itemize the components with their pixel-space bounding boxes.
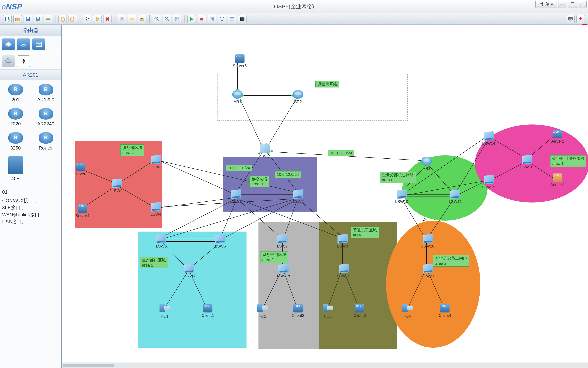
- fit-button[interactable]: 1:1: [173, 15, 181, 23]
- maximize-button[interactable]: ▢: [578, 1, 587, 8]
- node-pc1[interactable]: PC1: [159, 304, 170, 319]
- save-button[interactable]: [24, 15, 32, 23]
- node-lsw4[interactable]: LSW4: [150, 202, 161, 217]
- svg-rect-5: [37, 17, 39, 19]
- tree-button[interactable]: [218, 15, 226, 23]
- new-topo-button[interactable]: [3, 15, 12, 23]
- node-server3[interactable]: Server3: [74, 163, 88, 176]
- node-lsw20[interactable]: LSW20: [421, 234, 434, 248]
- device-ar1220[interactable]: AR1220: [32, 84, 59, 102]
- undo-button[interactable]: [58, 15, 67, 23]
- svg-line-45: [120, 162, 152, 183]
- stop-button[interactable]: [198, 15, 206, 23]
- start-button[interactable]: [187, 15, 196, 23]
- text-tool[interactable]: [128, 15, 136, 23]
- svg-line-36: [236, 152, 263, 193]
- node-lsw10[interactable]: LSW10: [395, 190, 408, 204]
- node-lsw5[interactable]: LSW5: [156, 234, 167, 248]
- palette-header: 路由器: [0, 25, 61, 36]
- horizontal-scrollbar[interactable]: ◂: [62, 363, 588, 368]
- category-firewall-icon[interactable]: [32, 38, 45, 50]
- node-lsw19[interactable]: LSW19: [337, 264, 350, 278]
- node-lsw7[interactable]: LSW7: [277, 234, 288, 248]
- capture-button[interactable]: [208, 15, 216, 23]
- node-lsw1[interactable]: LSW1: [231, 190, 241, 204]
- node-ar1[interactable]: AR1: [232, 90, 243, 104]
- palette-tool[interactable]: [138, 15, 147, 23]
- minimize-button[interactable]: —: [558, 1, 567, 8]
- device-ar201[interactable]: 201: [2, 84, 29, 102]
- list-button[interactable]: [228, 15, 236, 23]
- svg-line-35: [266, 97, 297, 148]
- node-lsw6[interactable]: LSW6: [215, 234, 226, 248]
- node-lsw18[interactable]: LSW18: [277, 264, 290, 278]
- model-header: AR201: [0, 70, 61, 80]
- svg-point-97: [271, 150, 273, 152]
- menu-button[interactable]: 菜 单 ▾: [535, 1, 557, 8]
- svg-line-52: [222, 200, 296, 239]
- zoom-out-button[interactable]: [163, 15, 171, 23]
- device-ne40e[interactable]: 40E: [2, 156, 29, 182]
- svg-rect-11: [141, 18, 142, 19]
- svg-line-34: [239, 97, 263, 148]
- category-wlan-icon[interactable]: [17, 38, 30, 50]
- node-client3[interactable]: Client3: [353, 304, 366, 318]
- svg-point-30: [23, 47, 24, 47]
- label-staff: 普通员工区域 area 3: [351, 227, 379, 238]
- node-client2[interactable]: Client2: [292, 304, 304, 318]
- topology-canvas[interactable]: 运营商网络 服务器区域 area 4 核心网络 area 0 10.0.11.0…: [62, 25, 588, 368]
- svg-line-79: [491, 163, 524, 180]
- svg-text:1:1: 1:1: [176, 18, 179, 21]
- zoom-in-button[interactable]: [153, 15, 161, 23]
- device-ar3260[interactable]: 3260: [2, 132, 29, 151]
- node-client4[interactable]: Client4: [439, 304, 451, 318]
- node-server4[interactable]: Server4: [75, 204, 89, 218]
- node-lsw8[interactable]: LSW8: [337, 234, 348, 248]
- select-tool[interactable]: [83, 15, 91, 23]
- print-button[interactable]: [44, 15, 52, 23]
- device-ar2240[interactable]: AR2240: [32, 108, 59, 127]
- huawei-logo[interactable]: [576, 15, 585, 23]
- svg-rect-27: [241, 18, 244, 20]
- node-lsw14[interactable]: LSW14: [482, 132, 495, 146]
- redo-button[interactable]: [69, 15, 77, 23]
- svg-rect-24: [230, 18, 234, 19]
- restore-button[interactable]: ❐: [568, 1, 577, 8]
- node-pc2[interactable]: PC2: [257, 304, 268, 319]
- label-core: 核心网络 area 0: [249, 176, 269, 187]
- node-server5[interactable]: Server5: [233, 55, 247, 68]
- node-ar3[interactable]: AR3: [421, 157, 431, 171]
- category-router-icon[interactable]: [2, 38, 15, 50]
- node-lsw17[interactable]: LSW17: [183, 264, 196, 278]
- pan-tool[interactable]: [93, 15, 102, 23]
- node-ar2[interactable]: AR2: [293, 90, 303, 104]
- node-pc4[interactable]: PC4: [402, 304, 412, 319]
- node-lsw15[interactable]: LSW15: [482, 175, 495, 189]
- device-palette: 路由器 AR201 201 AR1220 2220 AR2240 3260 Ro…: [0, 25, 62, 368]
- delete-button[interactable]: [103, 15, 112, 23]
- category-cloud-icon[interactable]: [2, 55, 15, 67]
- node-server2[interactable]: Server2: [550, 174, 564, 187]
- node-pc3[interactable]: PC3: [323, 304, 333, 319]
- device-ar2220[interactable]: 2220: [2, 108, 29, 127]
- svg-line-70: [429, 165, 453, 193]
- node-server1[interactable]: Server1: [550, 130, 564, 144]
- save-as-button[interactable]: [34, 15, 42, 23]
- node-client1[interactable]: Client1: [202, 304, 214, 318]
- open-button[interactable]: [13, 15, 22, 23]
- node-lsw9[interactable]: LSW9: [112, 179, 123, 193]
- svg-rect-10: [140, 18, 144, 20]
- broom-button[interactable]: [118, 15, 126, 23]
- node-lsw2[interactable]: LSW2: [293, 190, 304, 204]
- node-lsw16[interactable]: LSW16: [520, 155, 533, 169]
- device-router[interactable]: Router: [32, 132, 59, 151]
- node-fw1[interactable]: FW1: [260, 144, 270, 159]
- node-lsw11[interactable]: LSW11: [449, 190, 462, 204]
- window-button[interactable]: [238, 15, 246, 23]
- node-lsw21[interactable]: LSW21: [421, 264, 434, 278]
- node-lsw3[interactable]: LSW3: [150, 155, 161, 169]
- message-button[interactable]: [566, 15, 575, 23]
- svg-rect-23: [230, 18, 234, 18]
- svg-line-46: [120, 187, 152, 206]
- category-connection-icon[interactable]: [17, 55, 30, 67]
